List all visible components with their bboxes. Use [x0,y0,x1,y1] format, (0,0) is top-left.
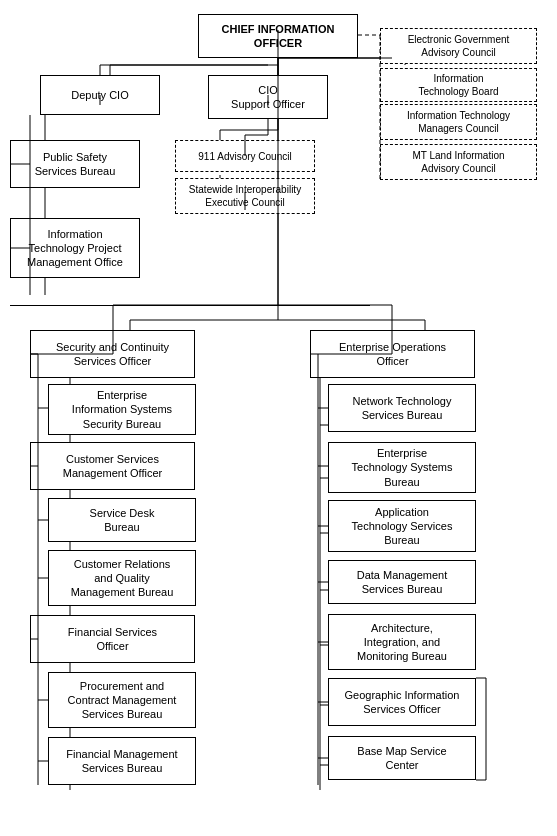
advisory-4-box: MT Land Information Advisory Council [380,144,537,180]
public-safety-box: Public Safety Services Bureau [10,140,140,188]
data-mgmt-box: Data Management Services Bureau [328,560,476,604]
service-desk-box: Service Desk Bureau [48,498,196,542]
security-officer-box: Security and Continuity Services Officer [30,330,195,378]
itpmo-box: Information Technology Project Managemen… [10,218,140,278]
council-911-box: 911 Advisory Council [175,140,315,172]
advisory-2-box: Information Technology Board [380,68,537,102]
arch-integration-box: Architecture, Integration, and Monitorin… [328,614,476,670]
network-tech-box: Network Technology Services Bureau [328,384,476,432]
enterprise-info-sys-box: Enterprise Information Systems Security … [48,384,196,435]
customer-relations-box: Customer Relations and Quality Managemen… [48,550,196,606]
enterprise-tech-box: Enterprise Technology Systems Bureau [328,442,476,493]
financial-mgmt-box: Financial Management Services Bureau [48,737,196,785]
statewide-box: Statewide Interoperability Executive Cou… [175,178,315,214]
deputy-cio-box: Deputy CIO [40,75,160,115]
divider-line [10,305,370,306]
app-tech-box: Application Technology Services Bureau [328,500,476,552]
cio-box: CHIEF INFORMATION OFFICER [198,14,358,58]
advisory-1-box: Electronic Government Advisory Council [380,28,537,64]
customer-mgmt-box: Customer Services Management Officer [30,442,195,490]
advisory-3-box: Information Technology Managers Council [380,104,537,140]
org-chart: CHIEF INFORMATION OFFICER Deputy CIO CIO… [10,10,547,836]
cio-support-box: CIO Support Officer [208,75,328,119]
geo-info-box: Geographic Information Services Officer [328,678,476,726]
enterprise-ops-box: Enterprise Operations Officer [310,330,475,378]
procurement-box: Procurement and Contract Management Serv… [48,672,196,728]
financial-officer-box: Financial Services Officer [30,615,195,663]
base-map-box: Base Map Service Center [328,736,476,780]
